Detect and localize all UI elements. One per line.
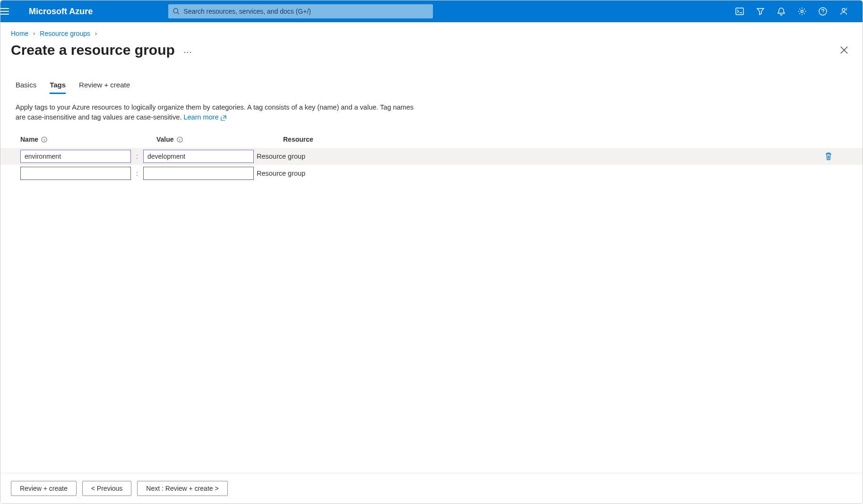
chevron-right-icon: › <box>95 30 97 37</box>
tag-table-headers: Name Value Resource <box>0 122 863 148</box>
notifications-icon[interactable] <box>771 0 792 22</box>
svg-point-4 <box>842 9 845 11</box>
tabs: Basics Tags Review + create <box>0 63 863 94</box>
breadcrumb: Home › Resource groups › <box>0 22 863 40</box>
previous-button[interactable]: < Previous <box>82 481 132 496</box>
tag-name-input[interactable] <box>20 150 131 163</box>
close-icon <box>840 46 848 54</box>
tag-value-input[interactable] <box>143 167 254 180</box>
colon-separator: : <box>131 153 143 160</box>
cloud-shell-icon[interactable] <box>729 0 750 22</box>
breadcrumb-resource-groups[interactable]: Resource groups <box>40 30 90 37</box>
info-icon[interactable] <box>177 137 183 143</box>
page-title: Create a resource group <box>11 42 175 58</box>
close-button[interactable] <box>840 46 848 54</box>
settings-icon[interactable] <box>792 0 812 22</box>
header-resource: Resource <box>283 136 313 143</box>
tag-row: : Resource group <box>0 148 863 165</box>
header-value: Value <box>156 136 174 143</box>
next-button[interactable]: Next : Review + create > <box>137 481 227 496</box>
tag-name-input[interactable] <box>20 167 131 180</box>
colon-separator: : <box>131 170 143 177</box>
search-icon <box>173 8 180 15</box>
footer-bar: Review + create < Previous Next : Review… <box>0 473 863 504</box>
more-actions-icon[interactable]: ⋯ <box>183 47 193 57</box>
tag-value-input[interactable] <box>143 150 254 163</box>
tag-resource-label: Resource group <box>257 170 351 177</box>
tab-tags[interactable]: Tags <box>50 81 66 94</box>
tag-row: : Resource group <box>0 165 863 182</box>
help-icon[interactable] <box>812 0 833 22</box>
top-bar: Microsoft Azure Search resources, servic… <box>0 0 863 22</box>
info-icon[interactable] <box>41 137 47 143</box>
trash-icon <box>825 152 832 161</box>
learn-more-link[interactable]: Learn more <box>183 113 226 121</box>
tab-basics[interactable]: Basics <box>16 81 36 94</box>
description: Apply tags to your Azure resources to lo… <box>0 94 426 122</box>
tag-resource-label: Resource group <box>257 153 351 160</box>
svg-point-0 <box>173 9 178 13</box>
brand-label[interactable]: Microsoft Azure <box>23 7 112 17</box>
title-bar: Create a resource group ⋯ <box>0 40 863 63</box>
search-placeholder: Search resources, services, and docs (G+… <box>183 8 311 15</box>
review-create-button[interactable]: Review + create <box>11 481 77 496</box>
topbar-icons <box>729 0 863 22</box>
breadcrumb-home[interactable]: Home <box>11 30 28 37</box>
menu-toggle[interactable] <box>0 8 23 15</box>
svg-point-2 <box>801 10 803 13</box>
tab-review-create[interactable]: Review + create <box>79 81 130 94</box>
search-input[interactable]: Search resources, services, and docs (G+… <box>168 4 433 18</box>
chevron-right-icon: › <box>33 30 35 37</box>
filter-icon[interactable] <box>750 0 771 22</box>
svg-rect-1 <box>736 8 743 15</box>
delete-tag-button[interactable] <box>825 152 832 161</box>
feedback-icon[interactable] <box>833 0 854 22</box>
header-name: Name <box>20 136 38 143</box>
external-link-icon <box>221 115 226 121</box>
search-container: Search resources, services, and docs (G+… <box>168 4 433 18</box>
